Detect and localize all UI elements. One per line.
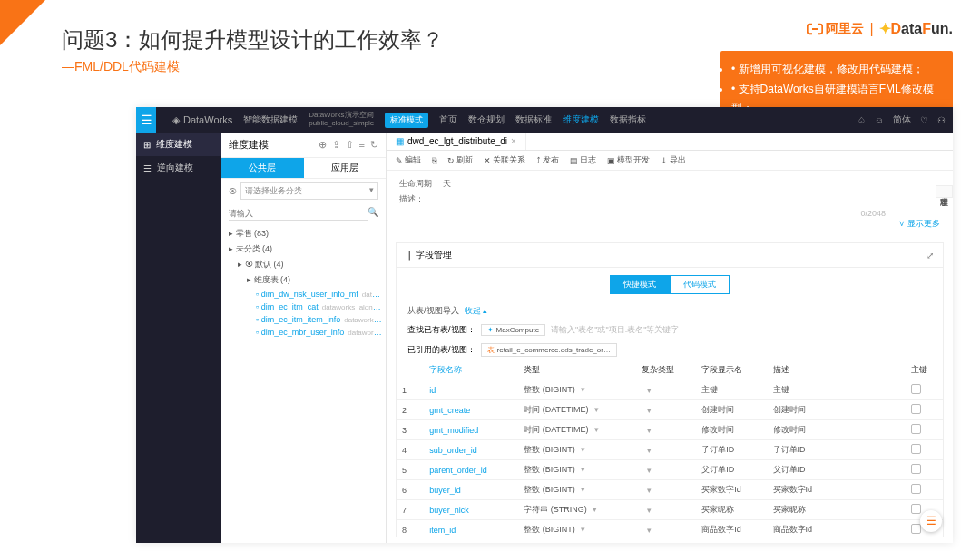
import-label: 从表/视图导入 xyxy=(407,305,459,317)
search-hint: 请输入"表名"或"项目.表名"等关键字 xyxy=(551,324,679,336)
checkbox[interactable] xyxy=(911,384,921,394)
workspace-label[interactable]: DataWorks演示空间public_cloud_simple xyxy=(309,112,374,128)
panel-title: 维度建模 xyxy=(229,138,269,152)
checkbox[interactable] xyxy=(911,504,921,514)
panel-action-icon[interactable]: ⊕ xyxy=(318,139,327,151)
tree-node[interactable]: ▸ 维度表 (4) xyxy=(225,272,382,288)
slide-title: 问题3：如何提升模型设计的工作效率？ xyxy=(62,25,444,54)
mode-tab[interactable]: 快捷模式 xyxy=(610,275,670,294)
nav-item[interactable]: 数据指标 xyxy=(610,113,646,126)
checkbox[interactable] xyxy=(911,524,921,534)
toolbar-item[interactable]: ⎘ xyxy=(432,156,436,165)
checkbox[interactable] xyxy=(911,464,921,474)
nav-item[interactable]: 维度建模 xyxy=(563,113,599,126)
tree-leaf[interactable]: ▫ dim_dw_risk_user_info_mfdataworks_sund… xyxy=(225,288,382,301)
show-more-link[interactable]: ∨ 显示更多 xyxy=(399,218,940,230)
layer-tab[interactable]: 公共层 xyxy=(221,158,304,178)
checkbox[interactable] xyxy=(911,424,921,434)
collapse-link[interactable]: 收起 ▴ xyxy=(465,305,488,317)
model-tree-panel: 维度建模 ⊕⇪⇧≡↻ 公共层应用层 ⦿ 请选择业务分类▾ 🔍 ▸ 零售 (83)… xyxy=(221,133,387,543)
float-action-button[interactable]: ☰ xyxy=(920,510,942,532)
version-tab[interactable]: 版本管理 xyxy=(936,185,953,198)
callout-item: 新增用可视化建模，修改用代码建模； xyxy=(731,60,942,80)
col-header: 字段名称 xyxy=(424,360,518,380)
aliyun-logo: 阿里云 xyxy=(807,21,864,37)
table-row[interactable]: 2gmt_create时间 (DATETIME)▾▾创建时间创建时间 xyxy=(397,400,943,420)
toolbar-item[interactable]: ↻刷新 xyxy=(447,154,473,166)
topbar: ☰ ◈ DataWorks 智能数据建模 DataWorks演示空间public… xyxy=(136,107,953,133)
topbar-icon[interactable]: ♡ xyxy=(920,115,928,125)
table-row[interactable]: 1id整数 (BIGINT)▾▾主键主键 xyxy=(397,380,943,400)
slide-subtitle: —FML/DDL代码建模 xyxy=(62,59,180,75)
ref-table-chip[interactable]: 表retail_e_commerce.ods_trade_or… xyxy=(481,343,617,357)
desc-label: 描述： xyxy=(399,193,424,205)
topbar-icon[interactable]: ♤ xyxy=(858,115,866,125)
search-icon[interactable]: 🔍 xyxy=(368,207,378,221)
tree-leaf[interactable]: ▫ dim_ec_mbr_user_infodataworks_sunday… xyxy=(225,326,382,339)
toolbar-item[interactable]: ▣模型开发 xyxy=(607,154,650,166)
toolbar-item[interactable]: ▤日志 xyxy=(570,154,596,166)
tree-node[interactable]: ▸ 零售 (83) xyxy=(225,226,382,242)
topbar-icon[interactable]: ⚇ xyxy=(937,115,946,125)
table-row[interactable]: 5parent_order_id整数 (BIGINT)▾▾父订单ID父订单ID xyxy=(397,460,943,480)
table-row[interactable]: 8item_id整数 (BIGINT)▾▾商品数字Id商品数字Id xyxy=(397,520,943,537)
col-header: 描述 xyxy=(768,360,906,380)
layer-tab[interactable]: 应用层 xyxy=(304,158,387,178)
module-selector[interactable]: 智能数据建模 xyxy=(243,113,298,126)
left-rail: ⊞维度建模☰逆向建模 xyxy=(136,133,221,543)
col-header: 主键 xyxy=(906,360,943,380)
logo-separator: | xyxy=(869,21,873,37)
nav-item[interactable]: 首页 xyxy=(439,113,457,126)
tree-leaf[interactable]: ▫ dim_ec_itm_item_infodataworks_sunday… xyxy=(225,313,382,326)
expand-icon[interactable]: ⤢ xyxy=(926,251,934,261)
file-tab[interactable]: ▦ dwd_ec_lgt_distribute_di × xyxy=(387,133,526,150)
col-header: 字段显示名 xyxy=(696,360,767,380)
toolbar-item[interactable]: ✎编辑 xyxy=(396,154,421,166)
char-counter: 0/2048 xyxy=(399,209,940,218)
corner-decor xyxy=(0,0,45,45)
topbar-icon[interactable]: ☺ xyxy=(875,115,884,125)
col-header: 复杂类型 xyxy=(636,360,696,380)
rail-item[interactable]: ⊞维度建模 xyxy=(136,133,221,156)
table-row[interactable]: 4sub_order_id整数 (BIGINT)▾▾子订单ID子订单ID xyxy=(397,440,943,460)
category-icon: ⦿ xyxy=(229,187,237,196)
table-row[interactable]: 3gmt_modified时间 (DATETIME)▾▾修改时间修改时间 xyxy=(397,420,943,440)
tree-node[interactable]: ▸ ⦿ 默认 (4) xyxy=(225,257,382,272)
nav-item[interactable]: 数仓规划 xyxy=(468,113,505,126)
mode-tab[interactable]: 代码模式 xyxy=(670,275,730,294)
tree-node[interactable]: ▸ 未分类 (4) xyxy=(225,242,382,257)
col-header: 类型 xyxy=(518,360,636,380)
checkbox[interactable] xyxy=(911,444,921,454)
menu-icon[interactable]: ☰ xyxy=(136,107,156,133)
toolbar-item[interactable]: ✕关联关系 xyxy=(484,154,525,166)
table-row[interactable]: 7buyer_nick字符串 (STRING)▾▾买家昵称买家昵称 xyxy=(397,500,943,520)
fields-table: 字段名称类型复杂类型字段显示名描述主键 1id整数 (BIGINT)▾▾主键主键… xyxy=(397,360,943,537)
topbar-icon[interactable]: 简体 xyxy=(893,113,911,126)
table-icon: ▦ xyxy=(396,136,404,146)
checkbox[interactable] xyxy=(911,404,921,414)
col-header xyxy=(397,360,424,380)
panel-action-icon[interactable]: ⇪ xyxy=(332,139,340,151)
rail-item[interactable]: ☰逆向建模 xyxy=(136,156,221,180)
datafun-logo: ✦DataFun. xyxy=(879,20,953,37)
nav-item[interactable]: 数据标准 xyxy=(515,113,552,126)
tree-leaf[interactable]: ▫ dim_ec_itm_catdataworks_along 04:08:0… xyxy=(225,301,382,313)
life-label: 生命周期： xyxy=(399,179,440,188)
mode-badge[interactable]: 标准模式 xyxy=(385,113,428,128)
close-icon[interactable]: × xyxy=(511,136,516,146)
logo-row: 阿里云 | ✦DataFun. xyxy=(807,20,953,37)
brand[interactable]: ◈ DataWorks xyxy=(172,114,232,126)
main-content: ▦ dwd_ec_lgt_distribute_di × ✎编辑⎘↻刷新✕关联关… xyxy=(387,133,953,543)
toolbar-item[interactable]: ⤴发布 xyxy=(536,154,559,166)
panel-action-icon[interactable]: ≡ xyxy=(359,139,365,151)
search-input[interactable] xyxy=(229,207,368,221)
table-row[interactable]: 6buyer_id整数 (BIGINT)▾▾买家数字Id买家数字Id xyxy=(397,480,943,500)
section-title: 字段管理 xyxy=(416,250,452,260)
app-window: ☰ ◈ DataWorks 智能数据建模 DataWorks演示空间public… xyxy=(136,107,953,543)
engine-chip[interactable]: ✦MaxCompute xyxy=(481,324,546,336)
panel-action-icon[interactable]: ⇧ xyxy=(346,139,354,151)
checkbox[interactable] xyxy=(911,484,921,494)
panel-action-icon[interactable]: ↻ xyxy=(370,139,378,151)
toolbar-item[interactable]: ⤓导出 xyxy=(661,154,686,166)
category-select[interactable]: 请选择业务分类▾ xyxy=(240,182,378,200)
